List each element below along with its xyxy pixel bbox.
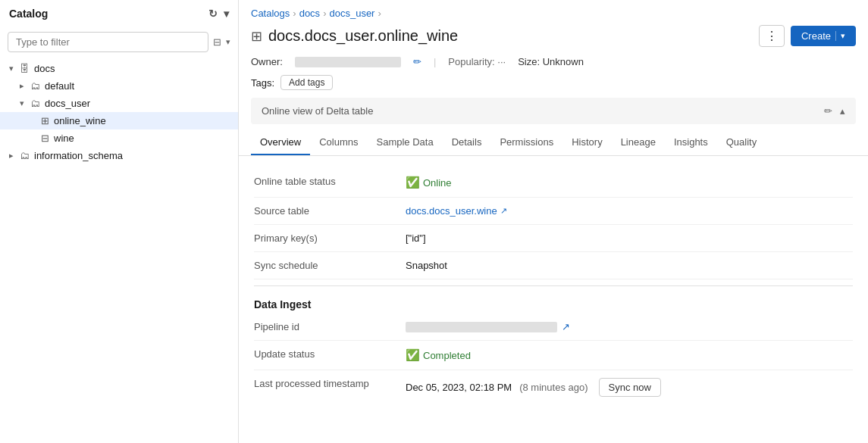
field-row-primary-key: Primary key(s) ["id"]	[254, 225, 853, 252]
field-value-timestamp: Dec 05, 2023, 02:18 PM (8 minutes ago) S…	[406, 378, 853, 397]
field-row-sync-schedule: Sync schedule Snapshot	[254, 252, 853, 279]
sidebar-item-online-wine[interactable]: ⊞ online_wine	[0, 112, 238, 129]
tab-insights[interactable]: Insights	[665, 130, 717, 155]
sync-now-button[interactable]: Sync now	[599, 378, 661, 397]
owner-label: Owner:	[251, 56, 283, 67]
breadcrumb: Catalogs › docs › docs_user ›	[239, 0, 868, 22]
field-label-primary-key: Primary key(s)	[254, 232, 406, 244]
search-input[interactable]	[8, 32, 208, 52]
popularity-dots: ···	[497, 56, 506, 67]
sidebar-item-docs-user[interactable]: ▾ 🗂 docs_user	[0, 95, 238, 112]
schema-icon: 🗂	[30, 98, 40, 109]
edit-icon[interactable]: ✏	[824, 105, 832, 117]
filter-icon[interactable]: ⊟	[213, 36, 221, 48]
collapse-banner-icon[interactable]: ▴	[840, 105, 845, 117]
online-table-icon: ⊞	[41, 115, 49, 126]
chevron-icon: ▸	[17, 81, 27, 91]
sidebar-item-label: default	[45, 80, 74, 92]
main-content: Catalogs › docs › docs_user › ⊞ docs.doc…	[239, 0, 868, 443]
sidebar-item-default[interactable]: ▸ 🗂 default	[0, 77, 238, 95]
field-value-primary-key: ["id"]	[406, 232, 853, 244]
more-actions-button[interactable]: ⋮	[759, 25, 785, 47]
create-dropdown-arrow: ▾	[835, 31, 845, 41]
breadcrumb-catalogs[interactable]: Catalogs	[251, 8, 290, 19]
sidebar-item-information-schema[interactable]: ▸ 🗂 information_schema	[0, 147, 238, 164]
sidebar-item-label: docs	[34, 63, 55, 74]
owner-edit-icon[interactable]: ✏	[413, 56, 421, 67]
field-row-pipeline-id: Pipeline id ↗	[254, 314, 853, 341]
breadcrumb-sep-1: ›	[293, 8, 296, 19]
delta-banner-actions: ✏ ▴	[824, 105, 845, 117]
sidebar: Catalog ↻ ▾ ⊟ ▾ ▾ 🗄 docs ▸ 🗂 default ▾ 🗂…	[0, 0, 239, 443]
data-ingest-title: Data Ingest	[254, 298, 853, 310]
breadcrumb-docs-user[interactable]: docs_user	[329, 8, 374, 19]
field-row-timestamp: Last processed timestamp Dec 05, 2023, 0…	[254, 370, 853, 404]
tab-permissions[interactable]: Permissions	[490, 130, 562, 155]
owner-value-placeholder	[295, 57, 401, 67]
page-title-container: ⊞ docs.docs_user.online_wine	[251, 27, 458, 45]
refresh-icon[interactable]: ↻	[208, 8, 218, 20]
pipeline-external-link-icon[interactable]: ↗	[562, 321, 570, 332]
sidebar-header-icons: ↻ ▾	[208, 8, 229, 20]
field-value-update-status: ✅ Completed	[406, 348, 853, 362]
tab-sample-data[interactable]: Sample Data	[367, 130, 442, 155]
sidebar-title: Catalog	[9, 8, 48, 20]
add-tags-button[interactable]: Add tags	[280, 75, 333, 90]
tabs: Overview Columns Sample Data Details Per…	[239, 130, 868, 156]
sidebar-item-label: information_schema	[34, 150, 123, 161]
chevron-icon: ▸	[6, 151, 17, 161]
chevron-icon: ▾	[6, 64, 17, 73]
schema-icon: 🗂	[20, 150, 30, 161]
tags-label: Tags:	[251, 77, 274, 89]
status-online: ✅ Online	[406, 176, 452, 189]
field-label-update-status: Update status	[254, 348, 406, 360]
delta-banner-text: Online view of Delta table	[262, 105, 373, 117]
search-filter-row: ⊟ ▾	[0, 27, 238, 57]
header-actions: ⋮ Create ▾	[759, 25, 856, 47]
meta-row: Owner: ✏ | Popularity: ··· Size: Unknown	[239, 53, 868, 70]
sync-schedule-text: Snapshot	[406, 260, 447, 271]
completed-check-icon: ✅	[406, 348, 420, 362]
sidebar-item-label: wine	[54, 133, 74, 144]
status-completed-text: Completed	[423, 350, 471, 361]
field-value-status: ✅ Online	[406, 176, 853, 189]
chevron-icon: ▾	[17, 98, 27, 108]
tab-overview[interactable]: Overview	[251, 130, 310, 155]
field-value-pipeline-id: ↗	[406, 321, 853, 332]
sidebar-item-docs[interactable]: ▾ 🗄 docs	[0, 60, 238, 77]
field-value-sync-schedule: Snapshot	[406, 260, 853, 271]
database-icon: 🗄	[20, 63, 30, 74]
field-value-source: docs.docs_user.wine ↗	[406, 205, 853, 217]
sidebar-item-wine[interactable]: ⊟ wine	[0, 129, 238, 147]
sidebar-item-label: online_wine	[54, 115, 106, 126]
timestamp-value: Dec 05, 2023, 02:18 PM	[406, 382, 512, 393]
field-row-status: Online table status ✅ Online	[254, 168, 853, 198]
section-divider	[254, 285, 853, 286]
tab-columns[interactable]: Columns	[310, 130, 367, 155]
tab-history[interactable]: History	[562, 130, 611, 155]
tab-details[interactable]: Details	[443, 130, 491, 155]
page-header: ⊞ docs.docs_user.online_wine ⋮ Create ▾	[239, 22, 868, 53]
popularity-label: Popularity: ···	[448, 56, 506, 67]
external-link-icon: ↗	[500, 206, 507, 216]
create-label: Create	[801, 30, 831, 42]
tab-lineage[interactable]: Lineage	[612, 130, 665, 155]
tab-quality[interactable]: Quality	[717, 130, 766, 155]
meta-separator: |	[434, 56, 436, 67]
filter-chevron-icon[interactable]: ▾	[226, 37, 230, 47]
field-row-source: Source table docs.docs_user.wine ↗	[254, 198, 853, 225]
field-label-source: Source table	[254, 205, 406, 217]
tags-row: Tags: Add tags	[239, 70, 868, 95]
source-table-link[interactable]: docs.docs_user.wine ↗	[406, 205, 507, 217]
page-title: docs.docs_user.online_wine	[268, 27, 458, 45]
field-label-pipeline-id: Pipeline id	[254, 321, 406, 332]
create-button[interactable]: Create ▾	[791, 26, 856, 46]
breadcrumb-docs[interactable]: docs	[299, 8, 320, 19]
table-title-icon: ⊞	[251, 28, 262, 45]
table-icon: ⊟	[41, 133, 49, 144]
sidebar-tree: ▾ 🗄 docs ▸ 🗂 default ▾ 🗂 docs_user ⊞ onl…	[0, 57, 238, 443]
status-completed: ✅ Completed	[406, 348, 471, 362]
breadcrumb-sep-2: ›	[323, 8, 326, 19]
size-info: Size: Unknown	[518, 56, 584, 67]
collapse-icon[interactable]: ▾	[224, 8, 229, 20]
